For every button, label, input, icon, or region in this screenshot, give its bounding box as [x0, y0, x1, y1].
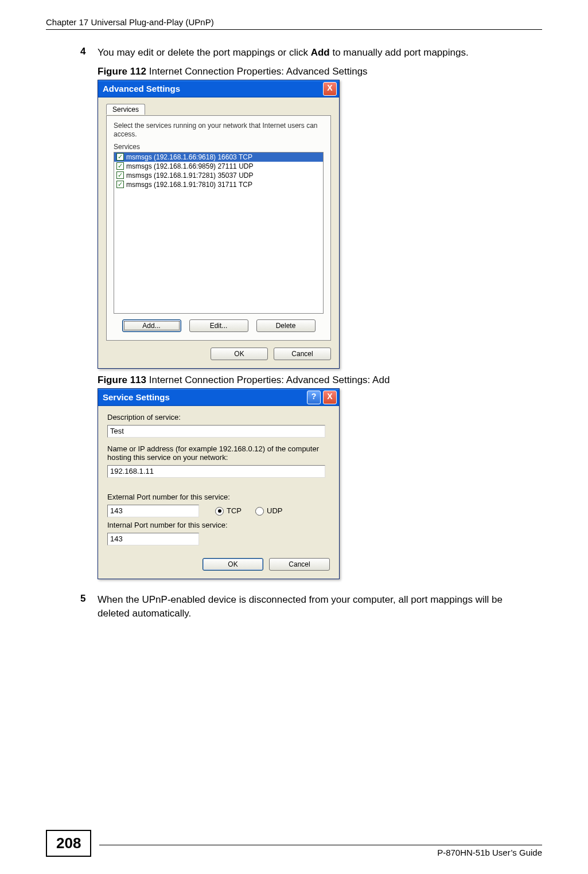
text-pre: You may edit or delete the port mappings… — [98, 47, 311, 58]
step-5: 5 When the UPnP-enabled device is discon… — [80, 593, 536, 621]
step-text: When the UPnP-enabled device is disconne… — [98, 593, 536, 621]
advanced-settings-dialog: Advanced Settings X Services Select the … — [98, 80, 340, 369]
text-bold: Add — [311, 47, 330, 58]
host-label: Name or IP address (for example 192.168.… — [107, 444, 330, 462]
cancel-button[interactable]: Cancel — [274, 348, 331, 360]
figure-text: Internet Connection Properties: Advanced… — [149, 374, 390, 385]
list-item[interactable]: ✓ msmsgs (192.168.1.91:7281) 35037 UDP — [114, 171, 323, 180]
running-header: Chapter 17 Universal Plug-and-Play (UPnP… — [46, 17, 542, 30]
services-listbox[interactable]: ✓ msmsgs (192.168.1.66:9618) 16603 TCP ✓… — [114, 152, 324, 314]
titlebar[interactable]: Advanced Settings X — [98, 80, 339, 97]
description-input[interactable] — [107, 425, 325, 438]
step-number: 4 — [80, 46, 98, 60]
checkbox-icon[interactable]: ✓ — [116, 162, 124, 170]
description-label: Description of service: — [107, 413, 330, 422]
list-item-label: msmsgs (192.168.1.66:9618) 16603 TCP — [126, 153, 252, 161]
tcp-radio[interactable]: TCP — [215, 506, 242, 516]
step-4: 4 You may edit or delete the port mappin… — [80, 46, 536, 60]
text-post: to manually add port mappings. — [330, 47, 469, 58]
checkbox-icon[interactable]: ✓ — [116, 171, 124, 179]
checkbox-icon[interactable]: ✓ — [116, 181, 124, 188]
checkbox-icon[interactable]: ✓ — [116, 153, 124, 161]
udp-radio[interactable]: UDP — [255, 506, 282, 516]
figure-text: Internet Connection Properties: Advanced… — [149, 66, 368, 77]
step-text: You may edit or delete the port mappings… — [98, 46, 469, 60]
ok-button[interactable]: OK — [203, 558, 263, 571]
delete-button[interactable]: Delete — [256, 319, 316, 332]
figure-label: Figure 112 — [98, 66, 149, 77]
tab-services[interactable]: Services — [106, 104, 145, 115]
external-port-label: External Port number for this service: — [107, 493, 330, 501]
dialog-title: Service Settings — [103, 392, 170, 402]
host-input[interactable] — [107, 465, 325, 478]
instruction-text: Select the services running on your netw… — [114, 122, 324, 139]
ok-button[interactable]: OK — [211, 348, 268, 360]
cancel-button[interactable]: Cancel — [269, 558, 330, 571]
internal-port-label: Internal Port number for this service: — [107, 521, 330, 529]
edit-button[interactable]: Edit... — [189, 319, 248, 332]
titlebar[interactable]: Service Settings ? X — [98, 389, 339, 406]
page-footer: 208 P-870HN-51b User’s Guide — [0, 830, 588, 857]
help-icon[interactable]: ? — [307, 391, 321, 404]
list-item-label: msmsgs (192.168.1.66:9859) 27111 UDP — [126, 162, 253, 170]
guide-name: P-870HN-51b User’s Guide — [437, 848, 542, 857]
protocol-radio-group: TCP UDP — [215, 506, 282, 516]
close-icon[interactable]: X — [323, 82, 337, 96]
radio-label: UDP — [267, 506, 282, 515]
list-item-label: msmsgs (192.168.1.91:7810) 31711 TCP — [126, 181, 252, 189]
close-icon[interactable]: X — [323, 391, 337, 404]
figure-label: Figure 113 — [98, 374, 149, 385]
step-number: 5 — [80, 593, 98, 621]
figure-112-caption: Figure 112 Internet Connection Propertie… — [98, 66, 536, 77]
list-item[interactable]: ✓ msmsgs (192.168.1.91:7810) 31711 TCP — [114, 180, 323, 189]
page-number: 208 — [46, 830, 91, 857]
radio-on-icon — [215, 507, 224, 516]
list-item[interactable]: ✓ msmsgs (192.168.1.66:9618) 16603 TCP — [114, 153, 323, 162]
radio-label: TCP — [227, 506, 242, 515]
services-tab-panel: Select the services running on your netw… — [106, 115, 331, 341]
add-button[interactable]: Add... — [122, 319, 181, 332]
figure-113-caption: Figure 113 Internet Connection Propertie… — [98, 374, 536, 386]
services-label: Services — [114, 143, 324, 151]
internal-port-input[interactable] — [107, 533, 199, 545]
radio-off-icon — [255, 507, 264, 516]
list-item[interactable]: ✓ msmsgs (192.168.1.66:9859) 27111 UDP — [114, 162, 323, 171]
external-port-input[interactable] — [107, 505, 199, 517]
service-settings-dialog: Service Settings ? X Description of serv… — [98, 388, 340, 579]
dialog-title: Advanced Settings — [103, 84, 180, 93]
list-item-label: msmsgs (192.168.1.91:7281) 35037 UDP — [126, 171, 253, 180]
